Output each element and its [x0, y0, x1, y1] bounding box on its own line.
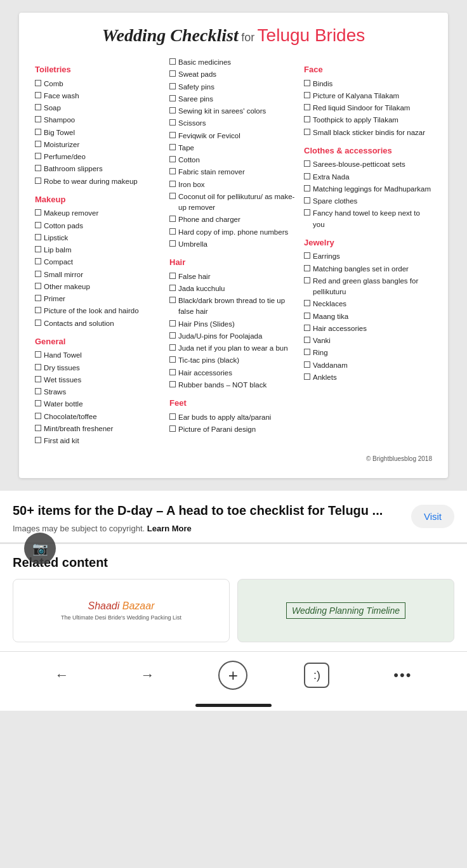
checkbox[interactable] — [35, 234, 41, 240]
checkbox[interactable] — [35, 364, 41, 370]
checkbox[interactable] — [35, 307, 41, 313]
checkbox[interactable] — [35, 104, 41, 110]
checkbox[interactable] — [169, 156, 176, 162]
checkbox[interactable] — [35, 376, 41, 382]
checkbox[interactable] — [35, 129, 41, 135]
checkbox[interactable] — [169, 285, 176, 291]
checkbox[interactable] — [35, 153, 41, 159]
checkbox[interactable] — [35, 222, 41, 228]
checkbox[interactable] — [169, 216, 176, 222]
title-for: for — [241, 31, 254, 44]
checkbox[interactable] — [35, 141, 41, 147]
checkbox[interactable] — [304, 337, 310, 343]
checkbox[interactable] — [304, 265, 310, 271]
item-text: Fancy hand towel to keep next to you — [313, 208, 432, 230]
back-button[interactable]: ← — [47, 664, 76, 686]
check-item: Wet tissues — [35, 375, 163, 385]
more-button[interactable]: ••• — [386, 664, 419, 686]
checkbox[interactable] — [35, 209, 41, 216]
checkbox[interactable] — [169, 356, 176, 363]
check-item: Fancy hand towel to keep next to you — [304, 208, 432, 230]
check-item: Lip balm — [35, 245, 163, 256]
checkbox[interactable] — [169, 132, 176, 138]
checkbox[interactable] — [169, 95, 176, 101]
checkbox[interactable] — [169, 181, 176, 187]
check-item: False hair — [169, 271, 298, 282]
checkbox[interactable] — [304, 209, 310, 216]
check-item: Hard copy of imp. phone numbers — [169, 227, 298, 238]
checkbox[interactable] — [169, 228, 176, 235]
forward-button[interactable]: → — [133, 664, 162, 686]
related-thumb-2[interactable]: Wedding Planning Timeline — [237, 579, 454, 642]
checkbox[interactable] — [35, 165, 41, 171]
info-text-block: 50+ items for the D-day – A head to toe … — [13, 502, 411, 533]
checkbox[interactable] — [35, 246, 41, 252]
checkbox[interactable] — [35, 283, 41, 289]
checkbox[interactable] — [169, 344, 176, 351]
checkbox[interactable] — [304, 300, 310, 306]
checkbox[interactable] — [169, 107, 176, 113]
add-button[interactable]: + — [218, 661, 247, 690]
checkbox[interactable] — [304, 313, 310, 319]
checkbox[interactable] — [304, 373, 310, 380]
checkbox[interactable] — [169, 369, 176, 375]
checkbox[interactable] — [304, 160, 310, 167]
checkbox[interactable] — [35, 437, 41, 443]
checkbox[interactable] — [169, 144, 176, 150]
item-text: Rubber bands – NOT black — [178, 380, 298, 391]
checkbox[interactable] — [35, 388, 41, 394]
checkbox[interactable] — [169, 58, 176, 65]
checkbox[interactable] — [304, 325, 310, 331]
checkbox[interactable] — [35, 80, 41, 86]
checkbox[interactable] — [304, 92, 310, 98]
checkbox[interactable] — [35, 400, 41, 406]
checkbox[interactable] — [35, 425, 41, 431]
check-item: Big Towel — [35, 127, 163, 138]
checkbox[interactable] — [304, 252, 310, 259]
checkbox[interactable] — [169, 83, 176, 89]
related-thumb-1[interactable]: Shaadi Bazaar The Ultimate Desi Bride's … — [13, 579, 230, 642]
checkbox[interactable] — [169, 381, 176, 387]
checkbox[interactable] — [35, 116, 41, 122]
learn-more-link[interactable]: Learn More — [147, 524, 192, 533]
checkbox[interactable] — [35, 271, 41, 277]
item-text: Vanki — [313, 335, 432, 346]
item-text: Other makeup — [44, 282, 163, 292]
checkbox[interactable] — [35, 258, 41, 264]
checkbox[interactable] — [304, 80, 310, 86]
checkbox[interactable] — [169, 273, 176, 279]
checkbox[interactable] — [169, 297, 176, 303]
checkbox[interactable] — [169, 168, 176, 174]
checkbox[interactable] — [169, 119, 176, 126]
checkbox[interactable] — [304, 104, 310, 110]
check-item: First aid kit — [35, 436, 163, 446]
checkbox[interactable] — [304, 129, 310, 135]
checkbox[interactable] — [169, 413, 176, 420]
item-text: Red liquid Sindoor for Tilakam — [313, 103, 432, 113]
checkbox[interactable] — [169, 320, 176, 327]
checkbox[interactable] — [35, 178, 41, 184]
check-item: Rubber bands – NOT black — [169, 380, 298, 391]
camera-button[interactable]: 📷 — [24, 533, 56, 564]
checkbox[interactable] — [304, 197, 310, 204]
checkbox[interactable] — [35, 295, 41, 301]
checkbox[interactable] — [304, 173, 310, 179]
checkbox[interactable] — [169, 70, 176, 77]
check-item: Moisturizer — [35, 139, 163, 150]
checkbox[interactable] — [304, 116, 310, 122]
copyright-text: Images may be subject to copyright. — [13, 524, 145, 533]
checkbox[interactable] — [169, 425, 176, 432]
checkbox[interactable] — [35, 320, 41, 326]
checkbox[interactable] — [169, 240, 176, 247]
checkbox[interactable] — [35, 413, 41, 419]
checkbox[interactable] — [304, 361, 310, 368]
visit-button[interactable]: Visit — [411, 505, 454, 528]
checkbox[interactable] — [304, 277, 310, 283]
checkbox[interactable] — [169, 332, 176, 339]
checkbox[interactable] — [304, 349, 310, 355]
checkbox[interactable] — [304, 185, 310, 191]
checkbox[interactable] — [35, 92, 41, 98]
checkbox[interactable] — [169, 193, 176, 199]
checkbox[interactable] — [35, 351, 41, 358]
emoji-button[interactable]: :) — [304, 663, 329, 688]
